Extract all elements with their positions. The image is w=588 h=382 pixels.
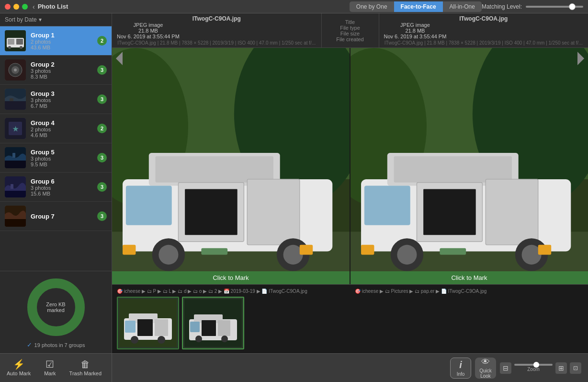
bottom-toolbar: ⚡ Auto Mark ☑ Mark 🗑 Trash Marked i Info… [0,353,588,382]
zoom-out-button[interactable]: ⊟ [500,362,511,374]
group-photos: 3 photos [31,156,92,162]
left-file-size: 21.8 MB [117,28,180,34]
group-badge: 2 [97,124,107,133]
svg-rect-20 [5,191,26,197]
group-size: 4.6 MB [31,132,92,138]
image-comparison: Click to Mark [112,48,588,284]
list-item[interactable]: Group 7 3 [0,202,112,231]
left-path-text: 🎯 icheese ▶ 🗂 P ▶ 🗂 L ▶ 🗂 d ▶ 🗂 o ▶ 🗂 2 … [117,289,307,294]
mark-button[interactable]: ☑ Mark [37,357,62,379]
svg-point-81 [221,336,228,342]
svg-rect-2 [8,39,14,45]
back-button[interactable]: ‹ [33,3,35,11]
zoom-in-button[interactable]: ⊞ [555,362,567,374]
tab-all-in-one[interactable]: All-in-One [443,1,482,12]
svg-rect-54 [394,156,512,183]
group-name: Group 2 [31,61,92,68]
group-badge: 3 [97,211,107,221]
right-file-type: JPEG image [384,22,447,28]
right-path: 🎯 icheese ▶ 🗂 Pictures ▶ 🗂 pap.er ▶ 📄 IT… [355,289,583,294]
right-filename: ITwogC-C9OA.jpg [384,15,584,22]
svg-rect-78 [202,320,216,336]
svg-rect-17 [5,161,26,168]
donut-marked: marked [46,307,65,313]
group-size: 43.6 MB [31,45,92,50]
check-icon: ✓ [27,341,32,348]
group-name: Group 1 [31,32,92,39]
left-image-panel[interactable]: Click to Mark [112,48,351,284]
auto-mark-label: Auto Mark [7,370,31,376]
donut-area: Zero KB marked ✓ 19 photos in 7 groups [0,271,112,353]
group-badge: 3 [97,94,107,104]
left-file-header: ITwogC-C9OA.jpg JPEG image 21.8 MB Nov 6… [112,13,322,47]
close-button[interactable] [5,4,11,10]
group-name: Group 6 [31,178,92,185]
file-size-label: File size [340,31,360,36]
svg-rect-45 [201,248,227,255]
thumb-strip: 🎯 icheese ▶ 🗂 P ▶ 🗂 L ▶ 🗂 d ▶ 🗂 o ▶ 🗂 2 … [112,284,588,353]
list-item[interactable]: Group 6 3 photos 15.6 MB 3 [0,173,112,202]
svg-rect-34 [156,156,274,183]
group-list: Group 1 2 photos 43.6 MB 2 Group 2 [0,26,112,271]
matching-level-label: Matching Level: [482,3,522,10]
zoom-fit-button[interactable]: ⊡ [570,362,581,374]
trash-marked-button[interactable]: 🗑 Trash Marked [63,357,108,379]
info-label: Info [457,371,465,377]
svg-rect-23 [5,219,26,227]
zoom-controls: ⊟ Zoom ⊞ ⊡ [500,362,581,374]
tab-one-by-one[interactable]: One by One [350,1,394,12]
info-button[interactable]: i Info [450,358,471,379]
list-item[interactable]: Group 5 3 photos 9.5 MB 3 [0,143,112,173]
svg-rect-71 [155,319,168,336]
window-title: Photo List [38,3,350,10]
svg-rect-70 [137,319,153,336]
svg-rect-55 [364,186,410,225]
list-item[interactable]: Group 2 3 photos 8.3 MB 3 [0,56,112,85]
list-item[interactable]: ★ Group 4 2 photos 4.6 MB 2 [0,114,112,143]
svg-rect-57 [423,189,476,235]
group-badge: 3 [97,182,107,192]
sort-bar[interactable]: Sort by Date ▾ [0,13,112,26]
list-item[interactable]: Group 1 2 photos 43.6 MB 2 [0,26,112,56]
group-info: Group 1 2 photos 43.6 MB [31,32,92,50]
fullscreen-button[interactable] [22,4,28,10]
tab-face-to-face[interactable]: Face-to-Face [394,1,443,12]
group-badge: 3 [97,153,107,162]
right-file-size: 21.8 MB [384,28,447,34]
donut-zero-kb: Zero KB [46,301,65,307]
trash-icon: 🗑 [80,359,90,369]
svg-point-80 [195,336,202,342]
left-thumb-1[interactable] [117,297,179,349]
matching-level-control: Matching Level: [482,3,583,10]
auto-mark-icon: ⚡ [13,359,25,369]
group-name: Group 3 [31,90,92,97]
quick-look-button[interactable]: 👁 Quick Look [475,358,496,379]
quick-look-label: Quick Look [475,368,496,379]
group-photos: 2 photos [31,127,92,132]
right-thumb-group: 🎯 icheese ▶ 🗂 Pictures ▶ 🗂 pap.er ▶ 📄 IT… [355,289,583,349]
minimize-button[interactable] [13,4,19,10]
right-image-panel[interactable]: Click to Mark [351,48,588,284]
svg-rect-58 [486,179,538,245]
matching-slider[interactable] [526,6,583,8]
svg-rect-43 [123,245,136,255]
svg-rect-44 [300,245,313,255]
left-thumb-2[interactable] [182,297,244,349]
zoom-slider[interactable] [514,364,553,366]
left-thumb-row [117,297,345,349]
svg-point-9 [14,69,17,71]
left-path: 🎯 icheese ▶ 🗂 P ▶ 🗂 L ▶ 🗂 d ▶ 🗂 o ▶ 🗂 2 … [117,289,345,294]
group-info: Group 4 2 photos 4.6 MB [31,119,92,138]
group-thumbnail [5,30,26,51]
list-item[interactable]: Group 3 3 photos 6.7 MB 3 [0,85,112,114]
info-icon: i [459,359,462,370]
left-click-to-mark[interactable]: Click to Mark [112,271,350,284]
thumb-inner [183,298,243,348]
right-click-to-mark[interactable]: Click to Mark [351,271,588,284]
right-triangle-indicator [577,52,584,65]
svg-rect-63 [361,245,374,255]
photo-count-label: 19 photos in 7 groups [34,342,85,348]
auto-mark-button[interactable]: ⚡ Auto Mark [0,357,37,379]
svg-rect-18 [12,153,15,158]
group-photos: 3 photos [31,185,92,191]
